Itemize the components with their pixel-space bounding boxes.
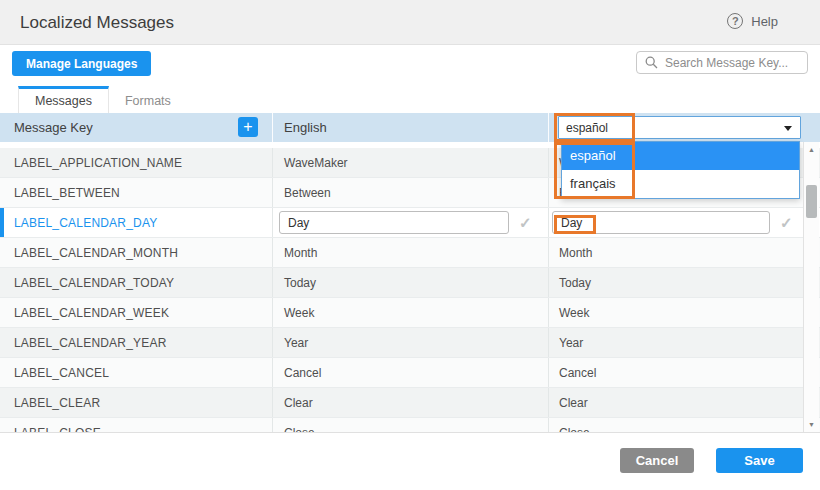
column-header-english: English: [272, 113, 548, 142]
confirm-check-icon: [780, 214, 793, 232]
language-select-value: español: [566, 121, 608, 135]
table-scrollbar[interactable]: [803, 142, 819, 433]
table-row[interactable]: LABEL_CALENDAR_DAY Day Day: [0, 208, 820, 238]
cancel-button[interactable]: Cancel: [620, 448, 694, 473]
row-english-value: Close: [272, 418, 548, 433]
column-header-message-key: Message Key: [0, 113, 272, 142]
language-dropdown-panel: español français: [561, 141, 800, 199]
language-option-francais[interactable]: français: [562, 170, 799, 198]
help-icon: [727, 13, 743, 29]
row-message-key: LABEL_CALENDAR_MONTH: [0, 238, 272, 267]
scroll-down-arrow-icon[interactable]: [804, 419, 819, 431]
tab-messages[interactable]: Messages: [18, 86, 109, 113]
row-english-value: Between: [272, 178, 548, 207]
language-option-espanol[interactable]: español: [562, 142, 799, 170]
row-language-value: Cancel: [548, 358, 820, 387]
help-label: Help: [751, 14, 778, 29]
row-english-value: Week: [272, 298, 548, 327]
search-icon: [645, 56, 658, 69]
row-language-value: Year: [548, 328, 820, 357]
table-row[interactable]: LABEL_CALENDAR_TODAY Today Today: [0, 268, 820, 298]
search-box: [636, 51, 808, 74]
row-english-value: Clear: [272, 388, 548, 417]
table-row[interactable]: LABEL_CALENDAR_MONTH Month Month: [0, 238, 820, 268]
language-value-input[interactable]: [552, 211, 770, 234]
language-select[interactable]: español: [558, 116, 801, 139]
dialog-titlebar: Localized Messages Help: [0, 0, 820, 45]
manage-languages-button[interactable]: Manage Languages: [12, 51, 151, 76]
localized-messages-dialog: Localized Messages Help Manage Languages…: [0, 0, 820, 490]
row-english-value: Month: [272, 238, 548, 267]
add-message-key-button[interactable]: [238, 117, 258, 137]
save-button[interactable]: Save: [716, 448, 803, 473]
row-message-key: LABEL_CALENDAR_WEEK: [0, 298, 272, 327]
row-language-value: Clear: [548, 388, 820, 417]
row-message-key: LABEL_CALENDAR_TODAY: [0, 268, 272, 297]
messages-table: Message Key English español LABEL_APPLIC…: [0, 113, 820, 433]
table-row[interactable]: LABEL_CLOSE Close Close: [0, 418, 820, 433]
row-message-key: LABEL_CLOSE: [0, 418, 272, 433]
row-english-value: Year: [272, 328, 548, 357]
row-message-key: LABEL_CALENDAR_DAY: [0, 208, 272, 237]
scrollbar-thumb[interactable]: [806, 185, 817, 218]
tab-formats[interactable]: Formats: [109, 86, 187, 113]
column-header-language: español: [548, 113, 820, 142]
row-message-key: LABEL_APPLICATION_NAME: [0, 148, 272, 177]
row-english-value: Cancel: [272, 358, 548, 387]
row-message-key: LABEL_CLEAR: [0, 388, 272, 417]
row-message-key: LABEL_CALENDAR_YEAR: [0, 328, 272, 357]
row-language-value: Week: [548, 298, 820, 327]
row-message-key: LABEL_BETWEEN: [0, 178, 272, 207]
confirm-check-icon: [519, 214, 532, 232]
table-row[interactable]: LABEL_CANCEL Cancel Cancel: [0, 358, 820, 388]
table-header: Message Key English español: [0, 113, 820, 142]
tab-bar: Messages Formats: [18, 86, 187, 113]
row-language-value: Day: [548, 208, 820, 237]
english-value-input[interactable]: [279, 211, 509, 234]
table-row[interactable]: LABEL_CALENDAR_WEEK Week Week: [0, 298, 820, 328]
row-english-value: WaveMaker: [272, 148, 548, 177]
row-language-value: Month: [548, 238, 820, 267]
row-language-value: Close: [548, 418, 820, 433]
table-row[interactable]: LABEL_CLEAR Clear Clear: [0, 388, 820, 418]
row-english-value: Today: [272, 268, 548, 297]
page-title: Localized Messages: [20, 13, 174, 33]
row-english-value: Day: [272, 208, 548, 237]
row-language-value: Today: [548, 268, 820, 297]
row-message-key: LABEL_CANCEL: [0, 358, 272, 387]
table-row[interactable]: LABEL_CALENDAR_YEAR Year Year: [0, 328, 820, 358]
scroll-up-arrow-icon[interactable]: [804, 144, 819, 156]
help-button[interactable]: Help: [727, 13, 778, 29]
chevron-down-icon: [784, 126, 792, 131]
search-input[interactable]: [636, 51, 808, 74]
